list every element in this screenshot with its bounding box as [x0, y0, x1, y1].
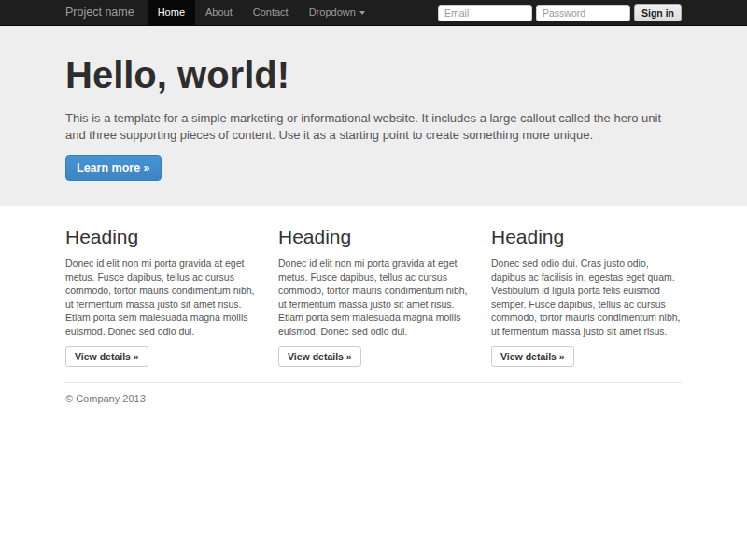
hero-title: Hello, world! — [65, 54, 682, 96]
column-body: Donec sed odio dui. Cras justo odio, dap… — [491, 257, 682, 338]
email-field[interactable] — [438, 5, 532, 21]
view-details-button-3[interactable]: View details » — [491, 346, 574, 367]
hero-unit: Hello, world! This is a template for a s… — [0, 26, 747, 206]
feature-column-2: Heading Donec id elit non mi porta gravi… — [278, 222, 469, 367]
nav-item-home[interactable]: Home — [148, 0, 195, 25]
sign-in-button[interactable]: Sign in — [634, 4, 682, 21]
nav-item-contact[interactable]: Contact — [243, 0, 299, 25]
column-body: Donec id elit non mi porta gravida at eg… — [278, 257, 469, 338]
nav-item-about[interactable]: About — [195, 0, 243, 25]
column-heading: Heading — [65, 226, 256, 248]
nav-item-dropdown-label: Dropdown — [309, 7, 356, 18]
main-content: Heading Donec id elit non mi porta gravi… — [65, 222, 682, 404]
feature-column-3: Heading Donec sed odio dui. Cras justo o… — [491, 222, 682, 367]
navbar-brand[interactable]: Project name — [65, 0, 148, 25]
column-body: Donec id elit non mi porta gravida at eg… — [65, 257, 256, 338]
footer-divider — [65, 382, 682, 383]
password-field[interactable] — [536, 5, 630, 21]
view-details-button-2[interactable]: View details » — [278, 346, 361, 367]
column-heading: Heading — [278, 226, 469, 248]
feature-column-1: Heading Donec id elit non mi porta gravi… — [65, 222, 256, 367]
navbar: Project name Home About Contact Dropdown… — [0, 0, 747, 26]
footer: © Company 2013 — [65, 393, 682, 404]
view-details-button-1[interactable]: View details » — [65, 346, 148, 367]
learn-more-button[interactable]: Learn more » — [65, 155, 162, 181]
nav-item-dropdown[interactable]: Dropdown — [299, 0, 375, 25]
signin-form: Sign in — [438, 0, 682, 25]
copyright-text: © Company 2013 — [65, 393, 682, 404]
caret-down-icon — [359, 11, 365, 15]
column-heading: Heading — [491, 226, 682, 248]
navbar-menu: Home About Contact Dropdown — [148, 0, 375, 25]
hero-description: This is a template for a simple marketin… — [65, 110, 677, 144]
